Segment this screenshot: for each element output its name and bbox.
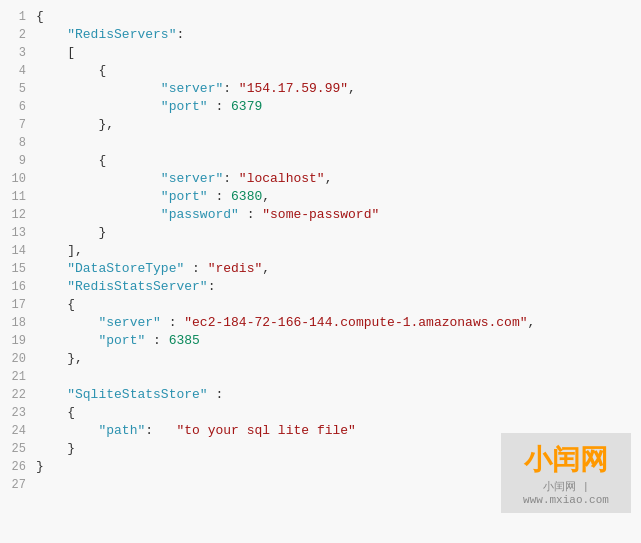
table-row: 9 { (0, 152, 641, 170)
line-number: 2 (0, 26, 36, 44)
line-number: 11 (0, 188, 36, 206)
line-content: "server": "154.17.59.99", (36, 80, 356, 98)
json-key: "server" (161, 171, 223, 186)
json-key: "path" (98, 423, 145, 438)
line-number: 20 (0, 350, 36, 368)
table-row: 22 "SqliteStatsStore" : (0, 386, 641, 404)
line-number: 25 (0, 440, 36, 458)
json-punctuation: }, (98, 117, 114, 132)
line-number: 18 (0, 314, 36, 332)
table-row: 8 (0, 134, 641, 152)
table-row: 19 "port" : 6385 (0, 332, 641, 350)
json-key: "port" (98, 333, 145, 348)
json-punctuation (36, 243, 67, 258)
line-number: 9 (0, 152, 36, 170)
line-number: 10 (0, 170, 36, 188)
json-punctuation: { (67, 297, 75, 312)
table-row: 6 "port" : 6379 (0, 98, 641, 116)
line-number: 26 (0, 458, 36, 476)
json-punctuation (36, 171, 161, 186)
table-row: 15 "DataStoreType" : "redis", (0, 260, 641, 278)
table-row: 20 }, (0, 350, 641, 368)
line-number: 12 (0, 206, 36, 224)
line-number: 5 (0, 80, 36, 98)
line-content: { (36, 8, 44, 26)
line-content: { (36, 152, 106, 170)
table-row: 7 }, (0, 116, 641, 134)
table-row: 13 } (0, 224, 641, 242)
json-punctuation: : (184, 261, 207, 276)
json-punctuation (36, 387, 67, 402)
line-number: 8 (0, 134, 36, 152)
table-row: 11 "port" : 6380, (0, 188, 641, 206)
json-punctuation (36, 45, 67, 60)
line-content: "RedisServers": (36, 26, 184, 44)
json-punctuation (36, 279, 67, 294)
json-punctuation: , (262, 261, 270, 276)
json-punctuation: }, (67, 351, 83, 366)
line-content: [ (36, 44, 75, 62)
table-row: 12 "password" : "some-password" (0, 206, 641, 224)
line-number: 22 (0, 386, 36, 404)
json-punctuation (36, 441, 67, 456)
table-row: 21 (0, 368, 641, 386)
json-punctuation (36, 315, 98, 330)
line-content: { (36, 404, 75, 422)
json-punctuation: { (98, 153, 106, 168)
json-punctuation: { (36, 9, 44, 24)
line-content: "server" : "ec2-184-72-166-144.compute-1… (36, 314, 535, 332)
line-number: 14 (0, 242, 36, 260)
json-punctuation (36, 63, 98, 78)
json-punctuation: } (98, 225, 106, 240)
json-punctuation (36, 27, 67, 42)
json-punctuation: : (239, 207, 262, 222)
json-key: "RedisServers" (67, 27, 176, 42)
json-punctuation: } (36, 459, 44, 474)
line-content: { (36, 296, 75, 314)
line-number: 19 (0, 332, 36, 350)
json-punctuation (36, 423, 98, 438)
line-number: 17 (0, 296, 36, 314)
json-punctuation: , (348, 81, 356, 96)
json-punctuation (36, 117, 98, 132)
line-number: 15 (0, 260, 36, 278)
json-punctuation: { (98, 63, 106, 78)
watermark-text: 小闰网 | www.mxiao.com (501, 479, 631, 506)
line-number: 3 (0, 44, 36, 62)
line-number: 27 (0, 476, 36, 494)
json-punctuation: : (223, 81, 239, 96)
line-number: 16 (0, 278, 36, 296)
line-number: 1 (0, 8, 36, 26)
line-content: ], (36, 242, 83, 260)
line-number: 24 (0, 422, 36, 440)
line-number: 13 (0, 224, 36, 242)
line-content: { (36, 62, 106, 80)
json-punctuation: : (161, 315, 184, 330)
table-row: 2 "RedisServers": (0, 26, 641, 44)
json-string-value: "some-password" (262, 207, 379, 222)
json-punctuation (36, 153, 98, 168)
json-number-value: 6385 (169, 333, 200, 348)
line-content: } (36, 224, 106, 242)
json-punctuation (36, 333, 98, 348)
json-key: "password" (161, 207, 239, 222)
line-content: "DataStoreType" : "redis", (36, 260, 270, 278)
json-punctuation: : (208, 387, 224, 402)
line-content: } (36, 458, 44, 476)
json-punctuation (36, 81, 161, 96)
json-string-value: "ec2-184-72-166-144.compute-1.amazonaws.… (184, 315, 527, 330)
json-key: "port" (161, 99, 208, 114)
json-punctuation (36, 405, 67, 420)
line-content: "port" : 6385 (36, 332, 200, 350)
json-key: "RedisStatsServer" (67, 279, 207, 294)
json-punctuation (36, 99, 161, 114)
line-number: 23 (0, 404, 36, 422)
json-punctuation: : (145, 423, 176, 438)
json-key: "server" (98, 315, 160, 330)
json-punctuation: } (67, 441, 75, 456)
line-content: } (36, 440, 75, 458)
json-punctuation: : (223, 171, 239, 186)
line-content: "path": "to your sql lite file" (36, 422, 356, 440)
table-row: 4 { (0, 62, 641, 80)
table-row: 1{ (0, 8, 641, 26)
